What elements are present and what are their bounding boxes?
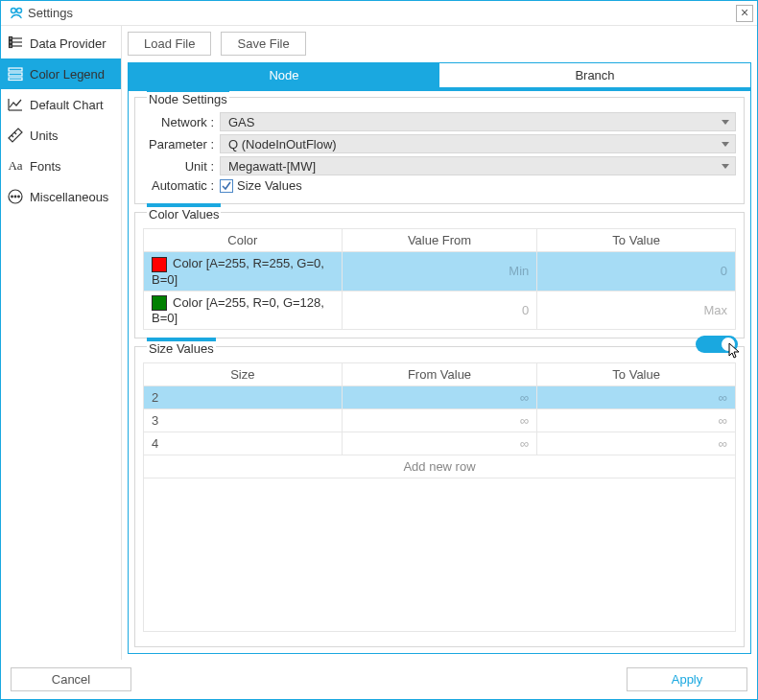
window-title: Settings xyxy=(28,6,736,20)
tab-node[interactable]: Node xyxy=(129,63,439,87)
col-from: Value From xyxy=(342,229,537,252)
svg-point-15 xyxy=(14,196,16,198)
tab-body: Node Settings Network : GAS Parameter : … xyxy=(128,87,751,654)
legend-icon xyxy=(7,65,24,82)
table-row[interactable]: Color [A=255, R=0, G=128, B=0] 0 Max xyxy=(144,291,736,330)
color-swatch xyxy=(152,295,167,311)
group-title: Size Values xyxy=(147,338,216,356)
unit-label: Unit : xyxy=(143,159,220,174)
col-to: To Value xyxy=(537,229,736,252)
network-select[interactable]: GAS xyxy=(220,112,736,131)
sidebar-item-color-legend[interactable]: Color Legend xyxy=(1,58,121,89)
sidebar-item-default-chart[interactable]: Default Chart xyxy=(1,89,121,120)
node-settings-group: Node Settings Network : GAS Parameter : … xyxy=(134,97,745,204)
tab-branch[interactable]: Branch xyxy=(439,63,750,87)
footer: Cancel Apply xyxy=(1,660,757,699)
sidebar-item-label: Data Provider xyxy=(30,36,106,51)
table-spacer xyxy=(144,478,736,632)
automatic-check-label: Size Values xyxy=(237,178,302,193)
automatic-label: Automatic : xyxy=(143,178,220,193)
load-file-button[interactable]: Load File xyxy=(128,32,211,56)
sidebar-item-label: Fonts xyxy=(30,159,61,174)
sidebar-item-label: Units xyxy=(30,128,59,143)
parameter-select[interactable]: Q (NodeInOutFlow) xyxy=(220,134,736,153)
sidebar-item-label: Miscellaneous xyxy=(30,190,108,204)
size-values-toggle[interactable] xyxy=(696,336,738,353)
table-row[interactable]: 2 ∞ ∞ xyxy=(144,386,736,409)
sidebar-item-label: Default Chart xyxy=(30,98,104,112)
sidebar: Data Provider Color Legend Default Chart… xyxy=(1,26,122,660)
color-swatch xyxy=(152,257,167,272)
col-from: From Value xyxy=(342,363,537,386)
sidebar-item-units[interactable]: Units xyxy=(1,120,121,151)
table-row[interactable]: Color [A=255, R=255, G=0, B=0] Min 0 xyxy=(144,252,736,292)
svg-line-12 xyxy=(14,132,16,134)
close-button[interactable]: × xyxy=(736,5,753,22)
add-row[interactable]: Add new row xyxy=(144,455,736,478)
save-file-button[interactable]: Save File xyxy=(221,32,305,56)
svg-point-0 xyxy=(12,8,16,12)
toolbar: Load File Save File xyxy=(128,32,751,56)
col-to: To Value xyxy=(537,363,736,386)
sidebar-item-fonts[interactable]: Aa Fonts xyxy=(1,151,121,181)
sidebar-item-label: Color Legend xyxy=(30,67,105,82)
svg-point-1 xyxy=(17,8,22,12)
app-logo-icon xyxy=(9,6,24,21)
apply-button[interactable]: Apply xyxy=(627,667,747,691)
svg-rect-9 xyxy=(9,73,22,76)
color-values-group: Color Values Color Value From To Value C… xyxy=(134,212,745,338)
cancel-button[interactable]: Cancel xyxy=(11,667,131,691)
content: Data Provider Color Legend Default Chart… xyxy=(1,26,757,660)
titlebar: Settings × xyxy=(1,1,757,26)
svg-line-11 xyxy=(12,135,13,137)
main-panel: Load File Save File Node Branch Node Set… xyxy=(122,26,757,660)
ruler-icon xyxy=(7,127,24,144)
more-icon xyxy=(7,188,24,205)
fonts-icon: Aa xyxy=(7,157,24,175)
chart-icon xyxy=(7,96,24,113)
size-values-group: Size Values Size From Value To Value xyxy=(134,346,745,647)
group-title: Color Values xyxy=(147,203,221,222)
unit-select[interactable]: Megawatt-[MW] xyxy=(220,156,736,175)
color-values-table: Color Value From To Value Color [A=255, … xyxy=(143,228,736,330)
size-values-table: Size From Value To Value 2 ∞ ∞ 3 xyxy=(143,362,736,632)
automatic-checkbox[interactable] xyxy=(220,179,233,193)
col-size: Size xyxy=(144,363,343,386)
parameter-label: Parameter : xyxy=(143,137,220,152)
tab-strip: Node Branch xyxy=(128,62,751,87)
svg-point-14 xyxy=(12,196,13,198)
table-row[interactable]: 3 ∞ ∞ xyxy=(144,409,736,432)
svg-point-16 xyxy=(18,196,20,198)
sidebar-item-miscellaneous[interactable]: Miscellaneous xyxy=(1,181,121,212)
col-color: Color xyxy=(144,229,343,252)
sidebar-item-data-provider[interactable]: Data Provider xyxy=(1,28,121,58)
svg-rect-10 xyxy=(9,78,22,81)
svg-rect-8 xyxy=(9,68,22,71)
table-row[interactable]: 4 ∞ ∞ xyxy=(144,432,736,455)
network-label: Network : xyxy=(143,115,220,129)
stack-icon xyxy=(7,35,24,52)
group-title: Node Settings xyxy=(147,88,229,106)
